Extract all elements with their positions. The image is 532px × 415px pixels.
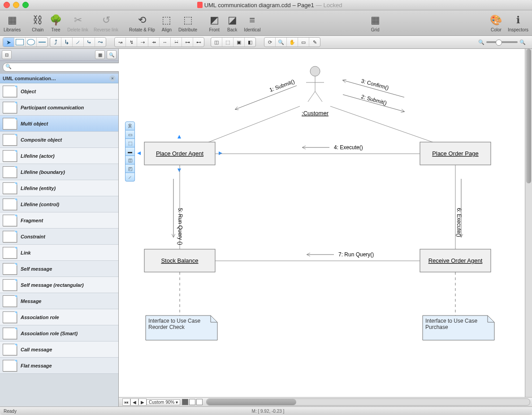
shape-op-4[interactable]: ◧ (245, 38, 255, 47)
zoom-slider[interactable]: 🔍 🔍 (475, 39, 529, 45)
ellipse-tool[interactable] (26, 38, 37, 47)
fp-box2[interactable]: ⬚ (125, 139, 135, 147)
lib-view-grid[interactable]: ▦ (95, 50, 105, 59)
message-1[interactable]: 1: Submit() (235, 78, 297, 109)
library-search-input[interactable] (3, 63, 133, 72)
zoom-button[interactable] (22, 2, 29, 8)
actor-customer[interactable]: :Customer (302, 66, 329, 117)
connector-tool-2[interactable]: ↳ (61, 38, 73, 47)
path-tool-1[interactable]: ↝ (115, 38, 126, 47)
path-tool-5[interactable]: ↔ (160, 38, 171, 47)
line-tool[interactable] (37, 38, 48, 47)
message-7[interactable]: 7: Run Query() (307, 251, 374, 258)
path-tool-3[interactable]: ⇢ (137, 38, 148, 47)
connector-tool-4[interactable]: ⤷ (84, 38, 95, 47)
page-thumbs[interactable] (180, 399, 204, 405)
page-next[interactable]: ▶ (138, 398, 147, 406)
toolbar-back[interactable]: ◪Back (226, 14, 238, 32)
fp-box5[interactable]: ◰ (125, 164, 135, 173)
lib-tree-toggle[interactable]: ⊟ (2, 50, 12, 59)
toolbar-front[interactable]: ◩Front (208, 14, 221, 32)
fp-box3[interactable]: ▬ (125, 147, 135, 156)
diagram-canvas[interactable]: :Customer 1: Submit() 2: Submit() (119, 49, 532, 397)
toolbar-identical[interactable]: ≡Identical (244, 14, 260, 32)
toolbar-tree[interactable]: 🌳Tree (49, 14, 62, 32)
library-title-bar[interactable]: UML communication… × (0, 73, 118, 83)
fp-box4[interactable]: ◫ (125, 156, 135, 164)
box-stock-balance[interactable]: Stock Balance (144, 249, 215, 272)
zoom-out-icon[interactable]: 🔍 (478, 39, 484, 45)
note-purchase[interactable]: Interface to Use Case Purchase (423, 316, 494, 340)
library-item-self-message-rectangular-[interactable]: Self message (rectangular) (0, 277, 118, 293)
zoom-in-icon[interactable]: 🔍 (519, 39, 526, 45)
toolbar-libraries[interactable]: ▦Libraries (4, 14, 21, 32)
library-item-association-role-smart-[interactable]: Association role (Smart) (0, 325, 118, 342)
toolbar-color[interactable]: 🎨Color (490, 14, 502, 32)
connector-tool-5[interactable]: ⤳ (95, 38, 106, 47)
library-item-lifeline-boundary-[interactable]: Lifeline (boundary) (0, 164, 118, 180)
library-close[interactable]: × (109, 75, 116, 82)
fp-box6[interactable]: ⟋ (125, 173, 135, 182)
message-4[interactable]: 4: Execute() (303, 144, 363, 151)
nav-tool-5[interactable]: ✎ (309, 38, 320, 47)
toolbar-distribute[interactable]: ⬚Distribute (178, 14, 197, 32)
lib-search-toggle[interactable]: 🔍 (107, 50, 117, 59)
path-tool-2[interactable]: ↯ (126, 38, 137, 47)
box-receive-order-agent[interactable]: Receive Order Agent (420, 249, 491, 272)
library-item-constraint[interactable]: Constraint (0, 229, 118, 245)
shape-op-1[interactable]: ◫ (211, 38, 222, 47)
library-item-lifeline-entity-[interactable]: Lifeline (entity) (0, 180, 118, 196)
connector-tool-1[interactable]: ⤴ (50, 38, 61, 47)
floating-shape-palette[interactable]: 옷 ▭ ⬚ ▬ ◫ ◰ ⟋ (125, 121, 135, 182)
library-item-fragment[interactable]: Fragment (0, 212, 118, 229)
fp-actor[interactable]: 옷 (125, 121, 135, 130)
shape-op-2[interactable]: ⬚ (222, 38, 234, 47)
page-first[interactable]: ⏮ (122, 398, 130, 406)
path-tool-4[interactable]: ⤀ (148, 38, 160, 47)
nav-tool-4[interactable]: ▭ (298, 38, 309, 47)
library-item-association-role[interactable]: Association role (0, 309, 118, 325)
library-item-composite-object[interactable]: Composite object (0, 132, 118, 148)
library-item-lifeline-actor-[interactable]: Lifeline (actor) (0, 148, 118, 164)
message-3[interactable]: 3: Confirm() (343, 78, 404, 97)
fp-box1[interactable]: ▭ (125, 130, 135, 139)
path-tool-7[interactable]: ⊶ (182, 38, 193, 47)
library-item-self-message[interactable]: Self message (0, 261, 118, 277)
library-item-flat-message[interactable]: Flat message (0, 358, 118, 374)
library-item-message[interactable]: Message (0, 293, 118, 309)
library-item-object[interactable]: Object (0, 83, 118, 99)
library-item-lifeline-control-[interactable]: Lifeline (control) (0, 196, 118, 212)
toolbar-inspectors[interactable]: ℹInspectors (508, 14, 528, 32)
message-6[interactable]: 6: Execute() (456, 179, 462, 237)
titlebar: UML communication diagram.cdd – Page1 — … (0, 0, 532, 10)
pointer-tool[interactable]: ➤ (3, 38, 14, 47)
library-item-multi-object[interactable]: Multi object (0, 116, 118, 132)
path-tool-8[interactable]: ⊷ (193, 38, 204, 47)
vertical-scrollbar[interactable] (525, 49, 532, 397)
nav-tool-3[interactable]: ✋ (287, 38, 298, 47)
toolbar-align[interactable]: ⬚Align (160, 14, 173, 32)
horizontal-scrollbar[interactable] (206, 398, 530, 406)
zoom-select[interactable]: Custom 90% ▾ (147, 399, 180, 405)
shape-op-3[interactable]: ▣ (234, 38, 245, 47)
nav-tool-1[interactable]: ⟳ (264, 38, 276, 47)
connector-tool-3[interactable]: ⟋ (73, 38, 84, 47)
svg-text:Place Order Agent: Place Order Agent (156, 150, 204, 157)
minimize-button[interactable] (13, 2, 19, 8)
library-item-call-message[interactable]: Call message (0, 342, 118, 358)
message-5[interactable]: 5: Run Query () (173, 179, 183, 245)
svg-marker-19 (219, 151, 222, 155)
toolbar-grid[interactable]: ▦Grid (369, 14, 381, 32)
library-item-participant-communication[interactable]: Participant communication (0, 99, 118, 116)
library-item-link[interactable]: Link (0, 245, 118, 261)
message-2[interactable]: 2: Submit() (343, 93, 404, 112)
box-place-order-page[interactable]: Place Order Page (420, 142, 491, 165)
path-tool-6[interactable]: ∺ (171, 38, 182, 47)
page-prev[interactable]: ◀ (130, 398, 138, 406)
note-reorder-check[interactable]: Interface to Use Case Reorder Check (146, 316, 217, 340)
close-button[interactable] (4, 2, 10, 8)
toolbar-rotate-flip[interactable]: ⟲Rotate & Flip (129, 14, 155, 32)
rect-tool[interactable] (14, 38, 26, 47)
nav-tool-2[interactable]: 🔍 (276, 38, 287, 47)
toolbar-chain[interactable]: ⛓Chain (31, 14, 44, 32)
